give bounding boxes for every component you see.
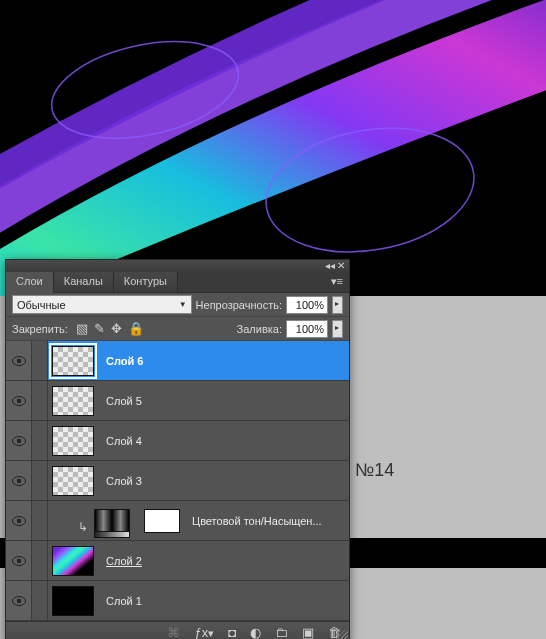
blend-mode-value: Обычные	[17, 299, 66, 311]
lock-buttons: ▧ ✎ ✥ 🔒	[76, 321, 144, 336]
panel-menu-icon[interactable]: ▾≡	[325, 272, 349, 292]
lock-pixels-icon[interactable]: ✎	[94, 321, 105, 336]
link-slot	[32, 341, 48, 380]
opacity-stepper[interactable]	[332, 296, 343, 314]
link-layers-icon[interactable]: ⌘	[167, 625, 180, 639]
resize-handle-icon[interactable]	[336, 630, 348, 639]
link-slot	[32, 381, 48, 420]
link-slot	[32, 541, 48, 580]
adjustment-layer-icon[interactable]: ◐	[250, 625, 261, 639]
visibility-toggle[interactable]	[6, 381, 32, 420]
lock-fill-row: Закрепить: ▧ ✎ ✥ 🔒 Заливка: 100%	[6, 317, 349, 341]
svg-point-15	[16, 598, 20, 602]
tab-channels[interactable]: Каналы	[54, 272, 114, 292]
panel-tabs: Слои Каналы Контуры ▾≡	[6, 272, 349, 293]
layer-thumbnail[interactable]	[52, 426, 94, 456]
layer-row[interactable]: Слой 5	[6, 381, 349, 421]
layer-fx-icon[interactable]: ƒx▾	[194, 625, 214, 639]
close-icon[interactable]: ✕	[337, 262, 345, 270]
visibility-toggle[interactable]	[6, 341, 32, 380]
svg-point-13	[16, 558, 20, 562]
svg-point-5	[16, 398, 20, 402]
layer-thumbnail[interactable]	[52, 586, 94, 616]
document-canvas[interactable]	[0, 0, 546, 296]
visibility-toggle[interactable]	[6, 421, 32, 460]
document-label: №14	[355, 460, 394, 481]
layer-row[interactable]: Слой 4	[6, 421, 349, 461]
lock-transparent-icon[interactable]: ▧	[76, 321, 88, 336]
layer-thumbnail[interactable]	[52, 466, 94, 496]
layer-row[interactable]: Слой 3	[6, 461, 349, 501]
visibility-toggle[interactable]	[6, 541, 32, 580]
layer-name[interactable]: Слой 5	[98, 395, 142, 407]
chevron-down-icon: ▼	[179, 300, 187, 309]
svg-point-7	[16, 438, 20, 442]
panel-bottom-bar: ⌘ ƒx▾ ◘ ◐ 🗀 ▣ 🗑	[6, 621, 349, 639]
lock-position-icon[interactable]: ✥	[111, 321, 122, 336]
tab-paths[interactable]: Контуры	[114, 272, 178, 292]
svg-point-11	[16, 518, 20, 522]
adjustment-thumbnail[interactable]	[94, 509, 130, 533]
collapse-icon[interactable]: ◂◂	[325, 262, 333, 270]
fill-stepper[interactable]	[332, 320, 343, 338]
link-slot	[32, 421, 48, 460]
layer-name[interactable]: Слой 4	[98, 435, 142, 447]
link-slot	[32, 501, 48, 540]
visibility-toggle[interactable]	[6, 581, 32, 620]
layer-name[interactable]: Слой 3	[98, 475, 142, 487]
layer-thumbnail[interactable]	[52, 546, 94, 576]
link-slot	[32, 461, 48, 500]
layer-row[interactable]: Слой 6	[6, 341, 349, 381]
fill-label: Заливка:	[237, 323, 282, 335]
layer-mask-icon[interactable]: ◘	[228, 625, 236, 639]
layer-thumbnail[interactable]	[52, 346, 94, 376]
layer-row[interactable]: Слой 2	[6, 541, 349, 581]
link-slot	[32, 581, 48, 620]
lock-label: Закрепить:	[12, 323, 68, 335]
panel-titlebar: ◂◂ ✕	[6, 260, 349, 272]
layer-thumbnail[interactable]	[52, 386, 94, 416]
lock-all-icon[interactable]: 🔒	[128, 321, 144, 336]
layer-name[interactable]: Слой 1	[98, 595, 142, 607]
layer-group-icon[interactable]: 🗀	[275, 625, 288, 639]
svg-point-3	[16, 358, 20, 362]
visibility-toggle[interactable]	[6, 461, 32, 500]
mask-thumbnail[interactable]	[144, 509, 180, 533]
opacity-label: Непрозрачность:	[196, 299, 282, 311]
new-layer-icon[interactable]: ▣	[302, 625, 314, 639]
tab-layers[interactable]: Слои	[6, 272, 54, 293]
opacity-input[interactable]: 100%	[286, 296, 328, 314]
blend-mode-select[interactable]: Обычные ▼	[12, 295, 192, 314]
layer-name[interactable]: Слой 2	[98, 555, 142, 567]
layer-row-adjustment[interactable]: ↳ Цветовой тон/Насыщен...	[6, 501, 349, 541]
fill-input[interactable]: 100%	[286, 320, 328, 338]
clip-arrow-icon: ↳	[76, 520, 90, 534]
blend-opacity-row: Обычные ▼ Непрозрачность: 100%	[6, 293, 349, 317]
layer-name[interactable]: Слой 6	[98, 355, 143, 367]
layers-panel: ◂◂ ✕ Слои Каналы Контуры ▾≡ Обычные ▼ Не…	[5, 259, 350, 639]
layer-row[interactable]: Слой 1	[6, 581, 349, 621]
visibility-toggle[interactable]	[6, 501, 32, 540]
svg-point-9	[16, 478, 20, 482]
layer-list: Слой 6 Слой 5 Слой 4 Слой 3 ↳	[6, 341, 349, 621]
layer-name[interactable]: Цветовой тон/Насыщен...	[184, 515, 322, 527]
